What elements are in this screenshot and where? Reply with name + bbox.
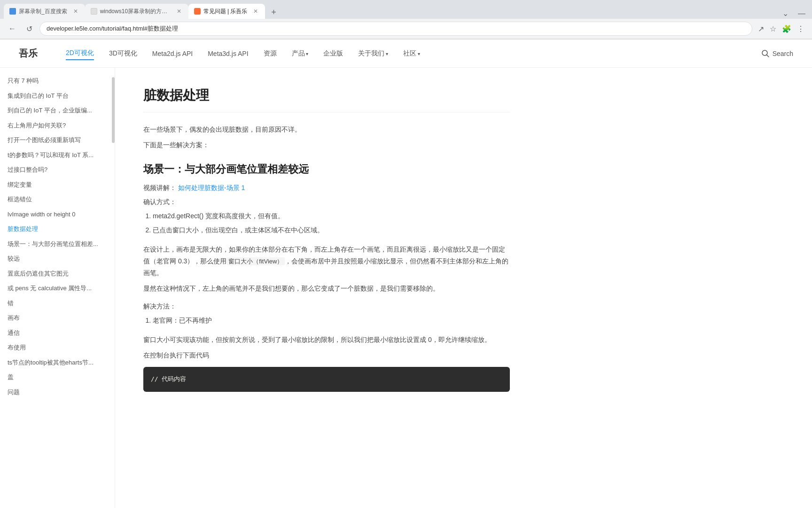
sidebar-scrollbar-thumb [112,77,115,143]
nav-products[interactable]: 产品 [292,48,309,60]
main-content: 脏数据处理 在一些场景下，偶发的会出现脏数据，目前原因不详。 下面是一些解决方案… [115,68,538,508]
tab-2-favicon [91,8,97,15]
sidebar-item-4[interactable]: 打开一个图纸必须重新填写 [0,133,115,148]
nav-about[interactable]: 关于我们 [358,48,388,60]
section1-title: 场景一：与大部分画笔位置相差较远 [143,162,510,176]
tab-1-label: 屏幕录制_百度搜索 [19,8,67,16]
site-header: 吾乐 2D可视化 3D可视化 Meta2d.js API Meta3d.js A… [0,40,812,68]
url-bar[interactable]: developer.le5le.com/tutorial/faq.html#脏数… [39,22,752,36]
sidebar: 只有 7 种吗 集成到自己的 IoT 平台 到自己的 IoT 平台，企业版编..… [0,68,115,508]
tab-1-close[interactable]: ✕ [72,8,79,15]
sidebar-item-15[interactable]: 错 [0,296,115,311]
sidebar-item-3[interactable]: 右上角用户如何关联? [0,118,115,133]
tab-1-favicon [9,8,16,15]
sidebar-item-0[interactable]: 只有 7 种吗 [0,73,115,88]
bookmark-icon[interactable]: ☆ [768,23,778,35]
tab-2-close[interactable]: ✕ [175,8,183,15]
design-para-3: 显然在这种情况下，左上角的画笔并不是我们想要的，那么它变成了一个脏数据，是我们需… [143,283,510,294]
search-button[interactable]: Search [761,49,793,58]
tab-bar: 屏幕录制_百度搜索 ✕ windows10屏幕录制的方式有哪... ✕ 常见问题… [0,0,812,19]
design-highlight: 窗口大小（fitView） [226,257,285,265]
url-text: developer.le5le.com/tutorial/faq.html#脏数… [47,24,178,33]
intro-para-1: 在一些场景下，偶发的会出现脏数据，目前原因不详。 [143,124,510,135]
address-bar: ← ↺ developer.le5le.com/tutorial/faq.htm… [0,19,812,39]
solution-para-1: 窗口大小可实现该功能，但按前文所说，受到了最小缩放比的限制，所以我们把最小缩放比… [143,334,510,346]
tab-3-label: 常见问题 | 乐吾乐 [203,8,248,16]
nav-resources[interactable]: 资源 [264,48,277,60]
solution-list: 老官网：已不再维护 [143,315,510,326]
sidebar-item-12[interactable]: 较远 [0,251,115,266]
nav-community[interactable]: 社区 [403,48,420,60]
sidebar-item-17[interactable]: 通信 [0,325,115,341]
tab-3-close[interactable]: ✕ [252,8,259,15]
confirm-label: 确认方式： [143,198,510,206]
sidebar-item-13[interactable]: 置底后仍遮住其它图元 [0,266,115,281]
sidebar-item-19[interactable]: ts节点的tooltip被其他eharts节... [0,355,115,370]
sidebar-item-14[interactable]: 或 pens 无 calculative 属性导... [0,281,115,296]
page-title: 脏数据处理 [143,87,510,112]
tab-list-button[interactable]: ⌄ [780,8,791,19]
sidebar-item-6[interactable]: 过接口整合吗? [0,162,115,177]
sidebar-item-5[interactable]: t的参数吗？可以和现有 IoT 系... [0,148,115,163]
code-block: // 代码内容 [143,367,510,392]
more-options-icon[interactable]: ⋮ [795,23,806,35]
svg-line-1 [766,55,769,57]
confirm-list: meta2d.getRect() 宽度和高度很大，但有值。 已点击窗口大小，但出… [143,210,510,236]
sidebar-item-8[interactable]: 框选错位 [0,192,115,207]
tab-1[interactable]: 屏幕录制_百度搜索 ✕ [4,4,85,19]
search-label: Search [773,50,793,57]
nav-meta3d-api[interactable]: Meta3d.js API [208,48,248,59]
nav-reload-button[interactable]: ↺ [23,22,36,35]
search-icon [761,49,770,58]
sidebar-item-20[interactable]: 盖 [0,370,115,385]
sidebar-item-10[interactable]: 脏数据处理 [0,222,115,237]
tab-3-favicon [194,8,201,15]
solution-para-2: 在控制台执行下面代码 [143,349,510,361]
nav-meta2d-api[interactable]: Meta2d.js API [152,48,193,59]
sidebar-item-1[interactable]: 集成到自己的 IoT 平台 [0,88,115,103]
page-layout: 只有 7 种吗 集成到自己的 IoT 平台 到自己的 IoT 平台，企业版编..… [0,68,812,508]
nav-back-button[interactable]: ← [6,22,19,35]
sidebar-item-21[interactable]: 问题 [0,385,115,400]
minimize-button[interactable]: — [795,8,808,19]
sidebar-item-11[interactable]: 场景一：与大部分画笔位置相差... [0,237,115,252]
tab-add-button[interactable]: + [267,6,280,19]
tab-2[interactable]: windows10屏幕录制的方式有哪... ✕ [85,4,188,19]
sidebar-item-9[interactable]: lvImage width or height 0 [0,207,115,222]
sidebar-scrollbar[interactable] [112,68,115,508]
video-label-line: 视频讲解： 如何处理脏数据-场景 1 [143,184,510,192]
browser-chrome: 屏幕录制_百度搜索 ✕ windows10屏幕录制的方式有哪... ✕ 常见问题… [0,0,812,40]
solution-item-1: 老官网：已不再维护 [153,315,510,326]
extensions-icon[interactable]: 🧩 [780,23,793,35]
nav-enterprise[interactable]: 企业版 [323,48,343,60]
solution-label: 解决方法： [143,302,510,311]
tab-3[interactable]: 常见问题 | 乐吾乐 ✕ [188,4,265,19]
sidebar-item-7[interactable]: 绑定变量 [0,177,115,192]
address-actions: ↗ ☆ 🧩 ⋮ [756,23,806,35]
tab-2-label: windows10屏幕录制的方式有哪... [100,8,171,16]
code-content: // 代码内容 [151,375,186,382]
intro-para-2: 下面是一些解决方案： [143,139,510,151]
share-icon[interactable]: ↗ [756,23,766,35]
sidebar-item-18[interactable]: 布使用 [0,340,115,355]
site-logo[interactable]: 吾乐 [19,47,38,60]
site-nav: 2D可视化 3D可视化 Meta2d.js API Meta3d.js API … [66,47,761,60]
video-link[interactable]: 如何处理脏数据-场景 1 [178,184,245,191]
sidebar-scroll: 只有 7 种吗 集成到自己的 IoT 平台 到自己的 IoT 平台，企业版编..… [0,73,115,399]
tab-controls: ⌄ — [780,8,808,19]
sidebar-item-16[interactable]: 画布 [0,310,115,325]
confirm-item-2: 已点击窗口大小，但出现空白，或主体区域不在中心区域。 [153,224,510,236]
video-label: 视频讲解： [143,184,176,191]
sidebar-item-2[interactable]: 到自己的 IoT 平台，企业版编... [0,103,115,118]
nav-2d[interactable]: 2D可视化 [66,47,94,60]
design-para: 在设计上，画布是无限大的，如果你的主体部分在右下角，而左上角存在一个画笔，而且距… [143,244,510,279]
confirm-item-1: meta2d.getRect() 宽度和高度很大，但有值。 [153,210,510,222]
nav-3d[interactable]: 3D可视化 [109,48,137,60]
